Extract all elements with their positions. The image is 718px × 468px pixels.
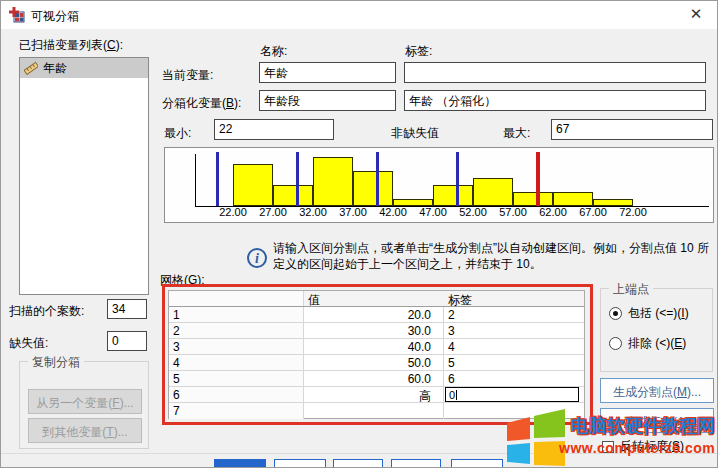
scanned-list-label: 已扫描变量列表(C): (19, 37, 123, 54)
histogram-panel: 22.0027.0032.0037.0042.0047.0052.0057.00… (164, 147, 714, 223)
max-label: 最大: (503, 125, 530, 142)
nonmissing-label: 非缺失值 (391, 125, 439, 142)
scale-ruler-icon (24, 61, 38, 75)
label-column-label: 标签: (405, 43, 432, 60)
radio-circle-icon (609, 337, 622, 350)
info-icon: i (247, 248, 267, 268)
dialog-button-cutoff[interactable] (274, 459, 326, 468)
histogram-ticks: 22.0027.0032.0037.0042.0047.0052.0057.00… (169, 206, 709, 220)
dialog-icon (9, 7, 25, 23)
visual-binning-dialog: 可视分箱 ✕ 已扫描变量列表(C): 年龄 名称: 标签: 当前变量: 年龄 分… (0, 0, 718, 468)
binned-variable-label-field[interactable]: 年龄 （分箱化） (404, 90, 706, 111)
list-item-label: 年龄 (43, 60, 67, 77)
title-bar: 可视分箱 ✕ (1, 1, 717, 29)
current-variable-label-field[interactable] (404, 62, 706, 83)
radio-include[interactable]: 包括 (<=)(I) (609, 305, 689, 322)
close-icon[interactable]: ✕ (685, 5, 707, 25)
binned-variable-label: 分箱化变量(B): (162, 95, 241, 112)
upper-endpoints-group: 上端点 包括 (<=)(I) 排除 (<)(E) (600, 288, 713, 372)
upper-endpoints-title: 上端点 (609, 281, 653, 298)
radio-circle-icon (609, 307, 622, 320)
radio-exclude[interactable]: 排除 (<)(E) (609, 335, 686, 352)
to-other-variables-button[interactable]: 到其他变量(T)... (28, 418, 142, 443)
scanned-variable-list[interactable]: 年龄 (19, 57, 149, 295)
list-item-age[interactable]: 年龄 (20, 58, 148, 78)
bottom-button-bar (1, 453, 717, 468)
info-text: 请输入区间分割点，或者单击“生成分割点”以自动创建区间。例如，分割点值 10 所… (273, 240, 711, 272)
min-label: 最小: (164, 125, 191, 142)
dialog-button-cutoff[interactable] (451, 459, 503, 468)
missing-values-label: 缺失值: (9, 335, 48, 352)
dialog-button-cutoff[interactable] (214, 459, 266, 468)
red-annotation-rectangle (162, 284, 593, 425)
checkbox-icon (602, 441, 614, 453)
from-another-variable-button[interactable]: 从另一个变量(F)... (28, 389, 142, 414)
max-field[interactable]: 67 (551, 119, 713, 140)
copy-bins-title: 复制分箱 (28, 354, 84, 371)
copy-bins-group: 复制分箱 从另一个变量(F)... 到其他变量(T)... (19, 361, 149, 449)
dialog-button-cutoff[interactable] (333, 459, 383, 468)
current-variable-name-field[interactable]: 年龄 (259, 62, 396, 83)
make-labels-button[interactable]: 生成标签(A) (600, 408, 714, 433)
make-cutpoints-button[interactable]: 生成分割点(M)... (600, 378, 714, 403)
histogram-plot (169, 154, 709, 206)
name-column-label: 名称: (260, 43, 287, 60)
binned-variable-name-field[interactable]: 年龄段 (259, 90, 396, 111)
dialog-button-cutoff[interactable] (391, 459, 441, 468)
min-field[interactable]: 22 (214, 119, 334, 140)
dialog-title: 可视分箱 (31, 8, 79, 25)
current-variable-label: 当前变量: (162, 67, 213, 84)
cases-scanned-field[interactable]: 34 (107, 299, 147, 319)
cases-scanned-label: 扫描的个案数: (9, 303, 84, 320)
missing-values-field[interactable]: 0 (107, 331, 147, 351)
